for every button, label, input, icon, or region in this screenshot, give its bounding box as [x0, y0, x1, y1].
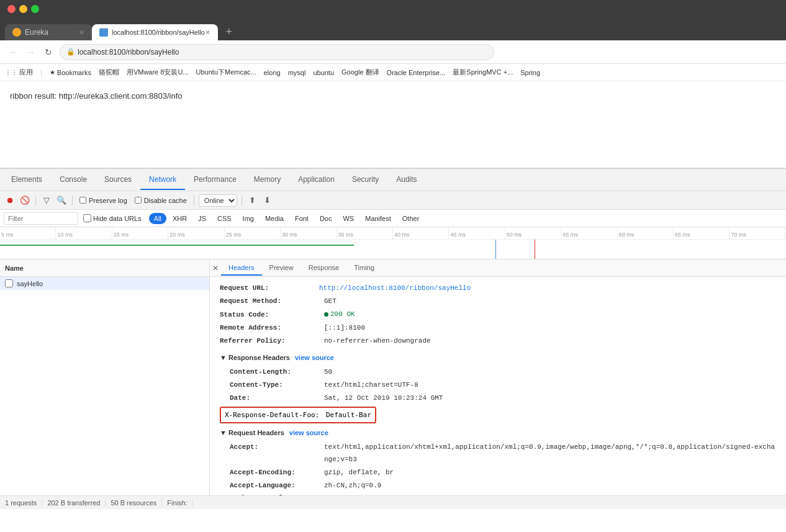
name-column: Name sayHello [0, 259, 210, 495]
preserve-log-checkbox[interactable] [79, 197, 86, 204]
tab-security[interactable]: Security [343, 170, 387, 190]
preserve-log-label[interactable]: Preserve log [79, 197, 127, 204]
tab-memory[interactable]: Memory [245, 170, 289, 190]
traffic-light-yellow[interactable] [19, 5, 27, 13]
disable-cache-label[interactable]: Disable cache [135, 197, 187, 204]
request-view-source[interactable]: view source [289, 427, 328, 440]
detail-tab-response[interactable]: Response [301, 261, 347, 276]
tab-eureka[interactable]: Eureka ✕ [5, 24, 92, 40]
download-button[interactable]: ⬇ [261, 194, 274, 207]
filter-type-ws[interactable]: WS [338, 213, 359, 224]
request-method-value: GET [324, 295, 337, 308]
bookmark-elong[interactable]: elong [264, 69, 281, 76]
bookmark-luotuomao[interactable]: 骆驼帽 [99, 68, 119, 77]
request-url-row: Request URL: http://localhost:8100/ribbo… [220, 282, 776, 295]
filter-type-css[interactable]: CSS [212, 213, 237, 224]
bookmark-springmvc[interactable]: 最新SpringMVC +... [453, 68, 513, 77]
traffic-light-green[interactable] [31, 5, 39, 13]
apps-icon: ⋮⋮ [5, 69, 17, 76]
bookmark-label-google: Google 翻译 [341, 68, 379, 77]
bookmark-oracle[interactable]: Oracle Enterprise... [387, 69, 446, 76]
remote-address-value: [::1]:8100 [324, 322, 365, 335]
tick-5ms: 5 ms [0, 227, 56, 239]
filter-type-media[interactable]: Media [260, 213, 289, 224]
tab-audits[interactable]: Audits [387, 170, 425, 190]
stop-button[interactable]: 🚫 [19, 194, 31, 207]
toolbar-separator-2 [72, 196, 73, 205]
tab-application[interactable]: Application [289, 170, 343, 190]
detail-close-button[interactable]: ✕ [212, 264, 219, 273]
filter-icon[interactable]: ▽ [40, 194, 53, 207]
search-icon[interactable]: 🔍 [55, 194, 68, 207]
request-method-key: Request Method: [220, 295, 319, 308]
upload-button[interactable]: ⬆ [246, 194, 259, 207]
disable-cache-checkbox[interactable] [135, 197, 142, 204]
detail-tab-timing[interactable]: Timing [346, 261, 382, 276]
bookmark-apps[interactable]: ⋮⋮ 应用 [5, 68, 33, 77]
status-code-value: 200 OK [324, 309, 355, 321]
detail-tab-preview[interactable]: Preview [262, 261, 301, 276]
timeline-red-line [535, 240, 535, 259]
bookmark-vmware[interactable]: 用VMware 8安装U... [127, 68, 189, 77]
address-field[interactable]: 🔒 localhost:8100/ribbon/sayHello [60, 44, 494, 60]
filter-type-other[interactable]: Other [397, 213, 425, 224]
request-headers-label: ▼ Request Headers [220, 427, 284, 440]
filter-type-img[interactable]: Img [238, 213, 259, 224]
page-content: ribbon result: http://eureka3.client.com… [0, 81, 786, 168]
content-length-value: 50 [324, 366, 332, 379]
bookmark-label-oracle: Oracle Enterprise... [387, 69, 446, 76]
request-headers-section: ▼ Request Headers view source [220, 427, 776, 440]
tab-network[interactable]: Network [140, 170, 185, 190]
filter-type-buttons: All XHR JS CSS Img Media Font Doc WS Man… [149, 213, 425, 224]
content-type-value: text/html;charset=UTF-8 [324, 379, 418, 392]
response-view-source[interactable]: view source [295, 352, 334, 364]
address-bar-row: ← → ↻ 🔒 localhost:8100/ribbon/sayHello [0, 40, 786, 64]
bookmark-memcac[interactable]: Ubuntu下Memcac... [196, 68, 256, 77]
tab-sources[interactable]: Sources [96, 170, 140, 190]
record-button[interactable]: ⏺ [4, 194, 16, 207]
tab-devtools[interactable]: localhost:8100/ribbon/sayHello ✕ [92, 24, 218, 40]
online-select[interactable]: Online [199, 194, 237, 207]
bookmark-bookmarks[interactable]: ★ Bookmarks [50, 69, 91, 76]
bookmark-label-luotuomao: 骆驼帽 [99, 68, 119, 77]
timeline-blue-line [495, 240, 496, 259]
x-response-key: X-Response-Default-Foo: [225, 411, 319, 419]
table-row[interactable]: sayHello [0, 277, 209, 290]
row-checkbox[interactable] [5, 279, 13, 287]
filter-input[interactable] [4, 212, 78, 225]
x-response-row: X-Response-Default-Foo: Default-Bar [220, 407, 776, 424]
traffic-lights [0, 0, 786, 16]
bookmark-ubuntu[interactable]: ubuntu [313, 69, 334, 76]
reload-button[interactable]: ↻ [42, 46, 55, 58]
back-button[interactable]: ← [7, 46, 20, 58]
bookmark-google[interactable]: Google 翻译 [341, 68, 379, 77]
name-header: Name [0, 259, 209, 277]
tab-close-eureka[interactable]: ✕ [79, 29, 84, 37]
bookmark-mysql[interactable]: mysql [288, 69, 306, 76]
filter-type-js[interactable]: JS [193, 213, 211, 224]
filter-type-xhr[interactable]: XHR [168, 213, 192, 224]
forward-button[interactable]: → [25, 46, 37, 58]
name-header-label: Name [5, 264, 24, 272]
new-tab-button[interactable]: + [220, 23, 238, 40]
detail-content: Request URL: http://localhost:8100/ribbo… [210, 277, 786, 495]
traffic-light-red[interactable] [7, 5, 16, 13]
filter-type-doc[interactable]: Doc [315, 213, 337, 224]
accept-encoding-key: Accept-Encoding: [220, 467, 319, 479]
tab-console[interactable]: Console [51, 170, 96, 190]
tick-35ms: 35 ms [337, 227, 393, 239]
detail-tab-headers[interactable]: Headers [221, 261, 262, 276]
remote-address-key: Remote Address: [220, 322, 319, 335]
filter-type-all[interactable]: All [149, 213, 166, 224]
bookmark-spring[interactable]: Spring [520, 69, 540, 76]
tab-close-devtools[interactable]: ✕ [205, 29, 210, 37]
tab-elements[interactable]: Elements [2, 170, 51, 190]
tick-70ms: 70 ms [730, 227, 785, 239]
filter-type-manifest[interactable]: Manifest [360, 213, 396, 224]
status-resources: 50 B resources [106, 499, 162, 507]
tick-40ms: 40 ms [393, 227, 449, 239]
tab-performance[interactable]: Performance [185, 170, 245, 190]
filter-type-font[interactable]: Font [290, 213, 314, 224]
hide-data-urls-checkbox[interactable] [83, 214, 91, 222]
hide-data-urls-label[interactable]: Hide data URLs [83, 214, 142, 222]
